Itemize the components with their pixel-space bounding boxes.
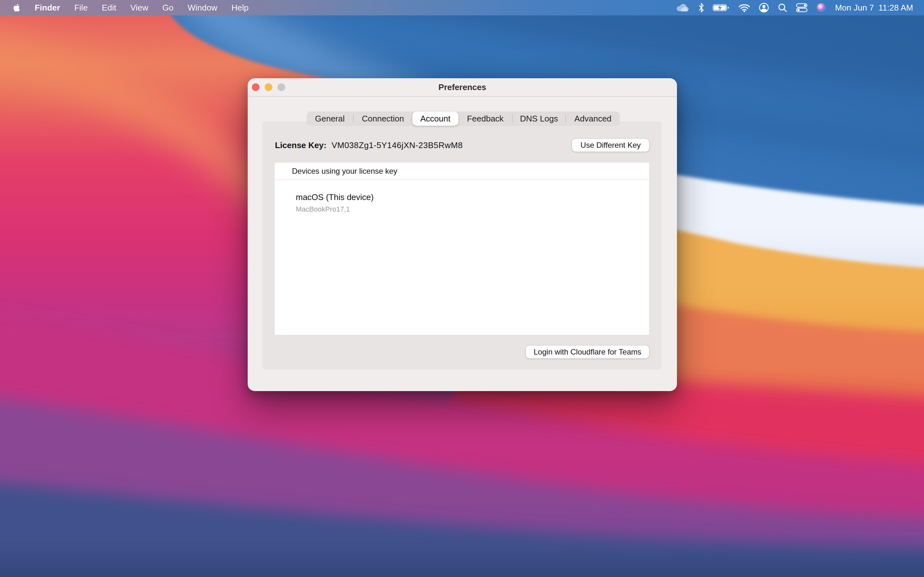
login-cloudflare-teams-button[interactable]: Login with Cloudflare for Teams <box>526 346 649 358</box>
tab-account[interactable]: Account <box>412 111 459 126</box>
siri-icon[interactable] <box>816 3 827 13</box>
tab-connection[interactable]: Connection <box>354 111 412 126</box>
menu-file[interactable]: File <box>74 3 87 13</box>
bluetooth-icon[interactable] <box>699 3 704 13</box>
use-different-key-button[interactable]: Use Different Key <box>572 139 649 152</box>
apple-menu-icon[interactable] <box>13 4 21 11</box>
tab-dns-logs[interactable]: DNS Logs <box>513 111 565 126</box>
control-center-icon[interactable] <box>796 3 808 13</box>
menu-window[interactable]: Window <box>188 3 217 13</box>
menu-help[interactable]: Help <box>231 3 248 13</box>
device-name: macOS (This device) <box>296 192 649 202</box>
menu-view[interactable]: View <box>130 3 148 13</box>
wifi-icon[interactable] <box>738 3 750 12</box>
tab-general[interactable]: General <box>307 111 353 126</box>
menubar-time: 11:28 AM <box>879 3 913 13</box>
device-model: MacBookPro17,1 <box>296 205 649 213</box>
menu-go[interactable]: Go <box>162 3 174 13</box>
desktop: Finder File Edit View Go Window Help <box>0 0 924 577</box>
devices-list-header: Devices using your license key <box>275 163 649 180</box>
menubar-clock[interactable]: Mon Jun 7 11:28 AM <box>835 3 913 13</box>
device-list-item[interactable]: macOS (This device) MacBookPro17,1 <box>275 180 649 213</box>
menubar-app-name[interactable]: Finder <box>35 3 60 13</box>
battery-charging-icon[interactable] <box>712 3 730 12</box>
account-tab-panel: License Key: VM038Zg1-5Y146jXN-23B5RwM8 … <box>262 121 662 370</box>
preferences-tab-bar: General Connection Account Feedback DNS … <box>307 111 620 126</box>
license-key-row: License Key: VM038Zg1-5Y146jXN-23B5RwM8 … <box>275 139 649 152</box>
menubar-date: Mon Jun 7 <box>835 3 874 13</box>
user-account-icon[interactable] <box>759 3 769 13</box>
license-key-value: VM038Zg1-5Y146jXN-23B5RwM8 <box>331 140 463 150</box>
spotlight-search-icon[interactable] <box>778 3 787 13</box>
tab-feedback[interactable]: Feedback <box>459 111 512 126</box>
preferences-window: Preferences License Key: VM038Zg1-5Y146j… <box>248 78 677 391</box>
window-title: Preferences <box>248 78 677 96</box>
cloudflare-cloud-icon[interactable] <box>675 3 690 13</box>
window-titlebar[interactable]: Preferences <box>248 78 677 97</box>
menu-bar: Finder File Edit View Go Window Help <box>0 0 924 15</box>
tab-advanced[interactable]: Advanced <box>566 111 620 126</box>
license-key-label: License Key: <box>275 140 326 150</box>
devices-list-box: Devices using your license key macOS (Th… <box>275 163 649 335</box>
menu-edit[interactable]: Edit <box>102 3 116 13</box>
